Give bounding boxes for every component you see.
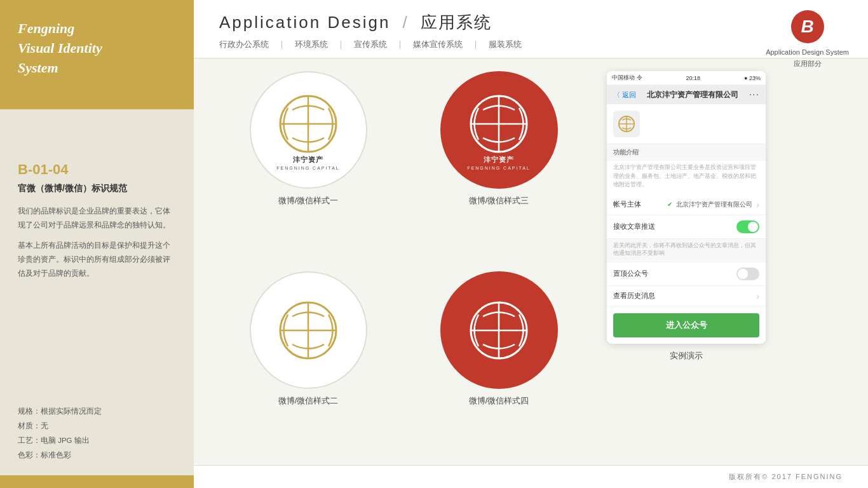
logo-label-2: 微博/微信样式二 [278,395,339,407]
phone-status-bar: 中国移动 令 20:18 ● 23% [607,71,766,85]
spec-craft: 工艺：电脑 JPG 输出 [18,433,176,448]
phone-avatar [613,111,640,137]
spec-material: 材质：无 [18,419,176,433]
phone-toggle-pin[interactable] [736,268,759,280]
phone-profile [607,104,766,144]
section-subtitle: 官微（微博/微信）标识规范 [18,183,176,194]
phone-enter-btn[interactable]: 进入公众号 [613,313,759,337]
page-title: Application Design / 应用系统 [219,11,843,34]
top-right-badge: B Application Design System 应用部分 [766,10,849,69]
logo-label-1: 微博/微信样式一 [278,195,339,207]
logo-circle-4 [440,271,558,389]
logo-item-1: 沣宁资产 FENGNING CAPITAL 微博/微信样式一 [219,71,397,259]
logo-item-4: 微博/微信样式四 [410,271,588,459]
logo-grid: 沣宁资产 FENGNING CAPITAL 微博/微信样式一 [219,71,588,459]
phone-history-row[interactable]: 查看历史消息 › [607,286,766,307]
phone-nav-bar: 〈 返回 北京沣宁资产管理有限公司 ··· [607,85,766,104]
phone-toggle-note: 若关闭此开关，你将不再收到该公众号的文章消息，但其他通知消息不受影响 [607,239,766,262]
logo-circle-2 [250,271,367,389]
main-content: B Application Design System 应用部分 Applica… [194,0,868,488]
header-nav: 行政办公系统 ｜ 环境系统 ｜ 宣传系统 ｜ 媒体宣传系统 ｜ 服装系统 [219,39,843,50]
b-badge: B [791,10,824,43]
spec-size: 规格：根据实际情况而定 [18,404,176,419]
phone-history-chevron: › [756,291,759,301]
nav-item-3[interactable]: 宣传系统 [345,39,396,50]
phone-toggle-on[interactable] [736,220,759,233]
logo-item-3: 沣宁资产 FENGNING CAPITAL 微博/微信样式三 [410,71,588,259]
footer-text: 版权所有© 2017 FENGNING [729,472,843,482]
phone-more-btn[interactable]: ··· [749,89,759,100]
nav-item-4[interactable]: 媒体宣传系统 [404,39,471,50]
title-en: Application Design [219,13,390,32]
svg-text:FENGNING CAPITAL: FENGNING CAPITAL [276,166,340,170]
desc2: 基本上所有品牌活动的目标是保护和提升这个珍贵的资产。标识中的所有组成部分必须被评… [18,239,176,281]
phone-back-btn[interactable]: 〈 返回 [613,90,636,100]
sidebar: FengningVisual IdentitySystem B-01-04 官微… [0,0,194,488]
phone-mockup: 中国移动 令 20:18 ● 23% 〈 返回 北京沣宁资产管理有限公司 ··· [607,71,766,344]
title-sep: / [403,13,414,32]
brand-title: FengningVisual IdentitySystem [18,19,176,78]
phone-pin-row: 置顶公众号 [607,262,766,286]
page-footer: 版权所有© 2017 FENGNING [194,465,868,488]
svg-text:沣宁资产: 沣宁资产 [293,156,323,163]
svg-text:沣宁资产: 沣宁资产 [484,156,514,163]
desc1: 我们的品牌标识是企业品牌的重要表达，它体现了公司对于品牌远景和品牌念的独特认知。 [18,205,176,233]
phone-receive-row: 接收文章推送 [607,215,766,239]
logo-circle-3: 沣宁资产 FENGNING CAPITAL [440,71,558,189]
svg-text:FENGNING CAPITAL: FENGNING CAPITAL [467,166,531,170]
phone-desc: 北京沣宁资产管理有限公司主要业务是投资运营和项目管理的业务、服务包、土地治产、地… [607,161,766,194]
logo-item-2: 微博/微信样式二 [219,271,397,459]
nav-item-2[interactable]: 环境系统 [286,39,337,50]
phone-section-intro: 功能介绍 [607,144,766,161]
content-area: 沣宁资产 FENGNING CAPITAL 微博/微信样式一 [194,58,868,465]
spec-color: 色彩：标准色彩 [18,448,176,463]
phone-nav-title: 北京沣宁资产管理有限公司 [647,90,738,100]
section-code: B-01-04 [18,160,176,179]
badge-text: Application Design System 应用部分 [766,47,849,69]
nav-item-1[interactable]: 行政办公系统 [219,39,278,50]
logo-circle-1: 沣宁资产 FENGNING CAPITAL [250,71,367,189]
title-cn: 应用系统 [421,13,492,32]
demo-label: 实例演示 [670,350,703,362]
nav-item-5[interactable]: 服装系统 [480,39,531,50]
phone-demo-section: 中国移动 令 20:18 ● 23% 〈 返回 北京沣宁资产管理有限公司 ··· [607,71,766,459]
logo-label-4: 微博/微信样式四 [469,395,529,407]
logo-label-3: 微博/微信样式三 [469,195,529,207]
phone-account-row: 帐号主体 ✔ 北京沣宁资产管理有限公司 › [607,194,766,215]
